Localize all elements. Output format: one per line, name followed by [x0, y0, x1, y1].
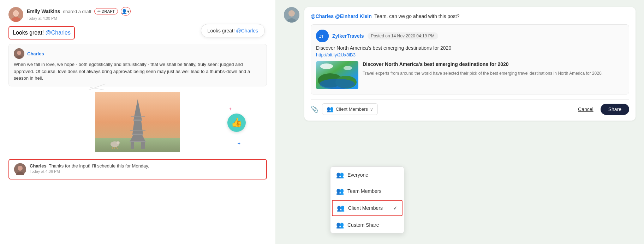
charles-reply-box: Charles Thanks for the input! I'll sched…: [8, 159, 267, 179]
dropdown-item-everyone[interactable]: 👥 Everyone: [330, 167, 404, 183]
svg-rect-12: [132, 134, 143, 135]
plus-decoration-top: +: [229, 106, 232, 112]
dropdown-label-team-members: Team Members: [347, 188, 381, 194]
preview-article-title: Discover North America's best emerging d…: [363, 61, 624, 68]
svg-marker-11: [132, 121, 143, 134]
post-image-area: + + 👍: [8, 92, 267, 153]
charles-quote-name: Charles: [27, 51, 44, 56]
mention-charles-2: @Charles: [46, 30, 71, 36]
svg-rect-10: [133, 120, 142, 121]
dropdown-label-custom-share: Custom Share: [347, 222, 379, 228]
svg-point-5: [17, 51, 21, 55]
pencil-icon: ✏: [97, 10, 100, 13]
zylker-logo: ZT: [316, 30, 329, 42]
zylker-brand-name: ZylkerTravels: [332, 33, 364, 39]
draft-label: DRAFT: [102, 9, 115, 13]
share-toolbar: 📎 👥 Client Members ∨ Cancel Share: [311, 99, 629, 115]
author-avatar: [8, 7, 23, 22]
message-area: @Charles @Einhard Klein Team, can we go …: [304, 7, 636, 121]
check-icon: ✓: [393, 205, 398, 211]
preview-main-title: Discover North America's best emerging d…: [316, 45, 624, 51]
post-meta: Emily Watkins shared a draft ✏ DRAFT 👤▾ …: [27, 7, 267, 20]
svg-rect-15: [131, 142, 134, 149]
people-icon: 👤▾: [121, 9, 130, 14]
svg-point-3: [13, 11, 18, 16]
attach-icon[interactable]: 📎: [311, 105, 318, 113]
chevron-down-icon: ∨: [370, 107, 373, 112]
eiffel-image: [95, 92, 180, 152]
share-button[interactable]: Share: [601, 104, 629, 115]
right-panel: @Charles @Einhard Klein Team, can we go …: [275, 0, 644, 244]
audience-icon: 👥: [327, 106, 334, 112]
charles-reply-name: Charles: [30, 163, 47, 169]
author-name: Emily Watkins: [27, 8, 60, 14]
custom-share-icon: 👥: [336, 221, 344, 229]
post-header: Emily Watkins shared a draft ✏ DRAFT 👤▾ …: [8, 7, 267, 22]
svg-point-37: [320, 79, 355, 89]
audience-dropdown: 👥 Everyone 👥 Team Members 👥 Client Membe…: [330, 166, 404, 233]
preview-link[interactable]: http://bit.ly/2Ux8iB3: [316, 52, 624, 57]
post-preview-header: ZT ZylkerTravels Posted on 14 Nov 2020 0…: [316, 30, 624, 42]
svg-point-29: [288, 10, 295, 17]
svg-rect-16: [141, 142, 145, 149]
plus-decoration-bottom: +: [238, 141, 240, 146]
preview-text-area: Discover North America's best emerging d…: [363, 61, 624, 89]
dropdown-item-client-members[interactable]: 👥 Client Members ✓: [332, 200, 402, 216]
dropdown-label-client-members: Client Members: [348, 205, 383, 211]
preview-thumbnail: [316, 61, 358, 89]
dropdown-item-custom-share[interactable]: 👥 Custom Share: [330, 217, 404, 233]
post-author-line: Emily Watkins shared a draft ✏ DRAFT 👤▾: [27, 7, 267, 16]
charles-quote-text: When we fall in love, we hope - both ego…: [14, 61, 262, 82]
charles-reply-header: Charles Thanks for the input! I'll sched…: [30, 163, 149, 169]
message-body: Team, can we go ahead with this post?: [373, 13, 460, 19]
highlight-comment-box: Looks great! @Charles: [8, 26, 75, 39]
left-panel: Emily Watkins shared a draft ✏ DRAFT 👤▾ …: [0, 0, 275, 244]
audience-label: Client Members: [336, 106, 368, 112]
charles-reply-avatar: [14, 163, 26, 175]
dropdown-label-everyone: Everyone: [347, 172, 368, 178]
charles-avatar: [14, 48, 24, 59]
draft-badge[interactable]: ✏ DRAFT: [94, 8, 118, 14]
charles-quote-header: Charles: [14, 48, 262, 59]
svg-rect-17: [130, 130, 145, 131]
charles-reply-text: Thanks for the input! I'll schedule this…: [49, 163, 149, 169]
dropdown-item-team-members[interactable]: 👥 Team Members: [330, 183, 404, 199]
svg-point-39: [344, 66, 352, 70]
charles-reply-time: Today at 4:06 PM: [30, 169, 149, 173]
right-user-avatar: [284, 7, 299, 23]
client-members-icon: 👥: [337, 204, 345, 212]
cancel-button[interactable]: Cancel: [574, 104, 597, 114]
audience-selector[interactable]: 👥 Client Members ∨: [322, 103, 378, 115]
reply-bubble: Looks great! @Charles: [201, 24, 265, 37]
post-timestamp: Today at 4:00 PM: [27, 16, 267, 20]
mention-charles: @Charles: [236, 28, 258, 33]
highlight-comment-text: Looks great! @Charles: [13, 30, 71, 36]
preview-body: Discover North America's best emerging d…: [316, 61, 624, 89]
everyone-icon: 👥: [336, 171, 344, 179]
people-icon-button[interactable]: 👤▾: [121, 7, 131, 16]
team-members-icon: 👥: [336, 187, 344, 195]
thumbs-up-reaction: 👍: [227, 114, 246, 132]
message-text: @Charles @Einhard Klein Team, can we go …: [311, 13, 629, 20]
svg-point-33: [318, 35, 321, 37]
svg-rect-14: [130, 141, 146, 142]
charles-quote-block: Charles When we fall in love, we hope - …: [8, 44, 267, 86]
thumbs-up-emoji: 👍: [231, 117, 242, 128]
preview-article-desc: Travel experts from around the world hav…: [363, 70, 624, 77]
svg-point-26: [18, 166, 23, 171]
svg-point-38: [320, 63, 333, 69]
post-preview-card: ZT ZylkerTravels Posted on 14 Nov 2020 0…: [311, 24, 629, 94]
posted-date: Posted on 14 Nov 2020 04:19 PM: [368, 32, 438, 39]
svg-point-21: [117, 142, 119, 144]
shared-text: shared a draft: [63, 9, 91, 14]
svg-rect-18: [131, 116, 145, 117]
charles-reply-content: Charles Thanks for the input! I'll sched…: [30, 163, 149, 173]
